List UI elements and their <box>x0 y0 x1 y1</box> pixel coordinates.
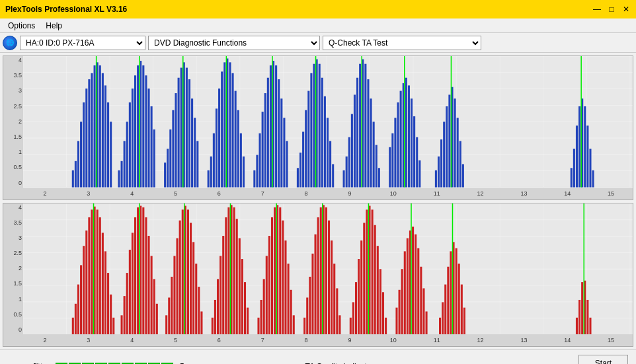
svg-rect-253 <box>268 236 270 334</box>
svg-rect-143 <box>440 139 442 187</box>
svg-rect-289 <box>377 246 379 334</box>
svg-rect-240 <box>227 207 229 334</box>
svg-rect-100 <box>302 131 304 187</box>
svg-rect-272 <box>325 207 327 334</box>
function-select[interactable]: DVD Diagnostic Functions <box>148 36 320 50</box>
svg-rect-236 <box>217 279 219 334</box>
svg-rect-124 <box>373 122 375 187</box>
svg-rect-56 <box>167 149 169 187</box>
svg-rect-309 <box>444 284 446 334</box>
x-label-11: 11 <box>415 190 459 197</box>
bx-label-12: 12 <box>459 337 502 344</box>
svg-rect-146 <box>448 94 450 187</box>
svg-rect-246 <box>244 282 246 334</box>
svg-rect-161 <box>592 170 594 188</box>
svg-rect-209 <box>134 217 136 334</box>
svg-rect-208 <box>132 233 134 334</box>
svg-rect-88 <box>264 93 266 187</box>
svg-rect-202 <box>112 317 114 334</box>
maximize-button[interactable]: □ <box>607 5 616 14</box>
svg-rect-265 <box>306 297 308 334</box>
svg-rect-121 <box>364 64 366 188</box>
bx-label-14: 14 <box>545 337 589 344</box>
svg-rect-50 <box>145 75 147 187</box>
svg-rect-245 <box>241 259 243 334</box>
svg-rect-270 <box>320 207 322 334</box>
svg-rect-219 <box>165 315 167 334</box>
svg-rect-119 <box>359 64 361 188</box>
svg-rect-107 <box>321 78 323 188</box>
svg-rect-103 <box>310 73 312 188</box>
svg-rect-283 <box>360 240 362 334</box>
x-label-5: 5 <box>154 190 198 197</box>
svg-rect-258 <box>282 220 284 334</box>
svg-rect-206 <box>126 273 128 334</box>
svg-rect-287 <box>372 209 374 334</box>
svg-rect-51 <box>147 89 149 187</box>
svg-rect-222 <box>173 256 175 334</box>
svg-rect-73 <box>218 89 220 187</box>
svg-rect-63 <box>186 68 188 188</box>
svg-rect-232 <box>200 311 202 334</box>
svg-rect-32 <box>94 65 96 187</box>
svg-rect-101 <box>305 110 307 188</box>
svg-rect-110 <box>329 141 331 187</box>
x-label-2: 2 <box>23 190 67 197</box>
svg-rect-66 <box>194 118 196 187</box>
svg-rect-65 <box>191 98 193 187</box>
svg-rect-148 <box>454 98 456 187</box>
svg-rect-61 <box>180 68 182 188</box>
x-label-4: 4 <box>110 190 154 197</box>
svg-rect-225 <box>182 209 184 334</box>
svg-rect-288 <box>374 225 376 334</box>
bx-label-2: 2 <box>23 337 67 344</box>
top-chart-x-axis: 2 3 4 5 6 7 8 9 10 11 12 13 14 15 <box>23 188 633 200</box>
svg-rect-49 <box>142 65 144 187</box>
svg-rect-267 <box>311 253 313 334</box>
x-label-12: 12 <box>459 190 502 197</box>
test-select[interactable]: Q-Check TA Test <box>323 36 481 50</box>
svg-rect-212 <box>142 207 144 334</box>
menu-help[interactable]: Help <box>40 20 67 32</box>
svg-rect-243 <box>236 219 238 334</box>
svg-rect-111 <box>332 164 334 187</box>
svg-rect-191 <box>83 246 85 334</box>
svg-rect-216 <box>153 279 155 334</box>
x-label-15: 15 <box>589 190 633 197</box>
svg-rect-43 <box>126 122 128 187</box>
svg-rect-116 <box>351 114 353 188</box>
svg-rect-24 <box>72 170 74 188</box>
svg-rect-35 <box>102 73 104 188</box>
bx-label-6: 6 <box>197 337 241 344</box>
svg-rect-150 <box>459 141 461 187</box>
svg-rect-204 <box>121 315 123 334</box>
svg-rect-71 <box>213 133 215 188</box>
svg-rect-75 <box>223 62 225 187</box>
main-content: 4 3.5 3 2.5 2 1.5 1 0.5 0 <box>0 53 636 349</box>
y-label-15b: 1.5 <box>13 281 22 287</box>
svg-rect-194 <box>91 209 93 334</box>
drive-select[interactable]: HA:0 ID:0 PX-716A <box>20 36 145 50</box>
menu-options[interactable]: Options <box>3 20 40 32</box>
svg-rect-158 <box>584 106 586 188</box>
svg-rect-314 <box>458 264 460 334</box>
svg-rect-78 <box>232 73 234 188</box>
bx-label-13: 13 <box>502 337 545 344</box>
svg-rect-310 <box>447 266 449 334</box>
svg-rect-31 <box>91 73 93 188</box>
svg-rect-80 <box>237 110 239 188</box>
minimize-button[interactable]: — <box>592 5 602 14</box>
svg-rect-69 <box>208 170 210 188</box>
close-button[interactable]: ✕ <box>621 5 631 14</box>
svg-rect-220 <box>168 297 170 334</box>
ta-quality-section: TA Quality Indicator: Very Good <box>279 362 579 365</box>
svg-rect-207 <box>129 250 131 334</box>
start-button[interactable]: Start <box>578 355 628 365</box>
svg-rect-126 <box>378 168 380 187</box>
bx-label-3: 3 <box>67 337 110 344</box>
svg-rect-308 <box>442 302 444 334</box>
svg-rect-315 <box>461 284 463 334</box>
svg-rect-123 <box>370 98 372 187</box>
svg-rect-260 <box>288 264 290 334</box>
svg-rect-215 <box>151 256 153 334</box>
